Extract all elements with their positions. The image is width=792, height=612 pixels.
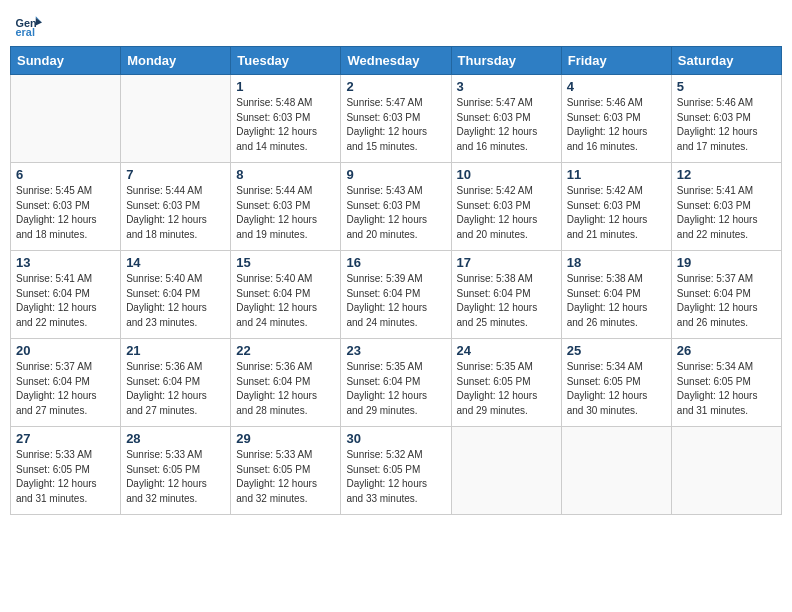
calendar-cell: 22Sunrise: 5:36 AM Sunset: 6:04 PM Dayli…: [231, 339, 341, 427]
day-info: Sunrise: 5:33 AM Sunset: 6:05 PM Dayligh…: [16, 448, 115, 506]
calendar-cell: 2Sunrise: 5:47 AM Sunset: 6:03 PM Daylig…: [341, 75, 451, 163]
day-number: 27: [16, 431, 115, 446]
weekday-header: Thursday: [451, 47, 561, 75]
day-info: Sunrise: 5:32 AM Sunset: 6:05 PM Dayligh…: [346, 448, 445, 506]
day-info: Sunrise: 5:40 AM Sunset: 6:04 PM Dayligh…: [236, 272, 335, 330]
calendar-cell: [11, 75, 121, 163]
calendar-cell: 14Sunrise: 5:40 AM Sunset: 6:04 PM Dayli…: [121, 251, 231, 339]
weekday-header: Friday: [561, 47, 671, 75]
day-info: Sunrise: 5:38 AM Sunset: 6:04 PM Dayligh…: [567, 272, 666, 330]
day-number: 3: [457, 79, 556, 94]
day-info: Sunrise: 5:35 AM Sunset: 6:05 PM Dayligh…: [457, 360, 556, 418]
calendar-cell: 25Sunrise: 5:34 AM Sunset: 6:05 PM Dayli…: [561, 339, 671, 427]
calendar-week-row: 27Sunrise: 5:33 AM Sunset: 6:05 PM Dayli…: [11, 427, 782, 515]
calendar-cell: [451, 427, 561, 515]
day-number: 25: [567, 343, 666, 358]
day-number: 15: [236, 255, 335, 270]
day-number: 28: [126, 431, 225, 446]
weekday-header: Sunday: [11, 47, 121, 75]
day-number: 26: [677, 343, 776, 358]
weekday-header: Wednesday: [341, 47, 451, 75]
day-info: Sunrise: 5:36 AM Sunset: 6:04 PM Dayligh…: [236, 360, 335, 418]
day-info: Sunrise: 5:37 AM Sunset: 6:04 PM Dayligh…: [677, 272, 776, 330]
day-info: Sunrise: 5:34 AM Sunset: 6:05 PM Dayligh…: [677, 360, 776, 418]
day-number: 18: [567, 255, 666, 270]
day-info: Sunrise: 5:44 AM Sunset: 6:03 PM Dayligh…: [126, 184, 225, 242]
day-number: 4: [567, 79, 666, 94]
day-number: 1: [236, 79, 335, 94]
day-number: 30: [346, 431, 445, 446]
day-info: Sunrise: 5:37 AM Sunset: 6:04 PM Dayligh…: [16, 360, 115, 418]
day-info: Sunrise: 5:41 AM Sunset: 6:04 PM Dayligh…: [16, 272, 115, 330]
calendar-table: SundayMondayTuesdayWednesdayThursdayFrid…: [10, 46, 782, 515]
calendar-cell: 17Sunrise: 5:38 AM Sunset: 6:04 PM Dayli…: [451, 251, 561, 339]
calendar-cell: 13Sunrise: 5:41 AM Sunset: 6:04 PM Dayli…: [11, 251, 121, 339]
calendar-cell: 1Sunrise: 5:48 AM Sunset: 6:03 PM Daylig…: [231, 75, 341, 163]
day-number: 14: [126, 255, 225, 270]
calendar-cell: 3Sunrise: 5:47 AM Sunset: 6:03 PM Daylig…: [451, 75, 561, 163]
calendar-cell: [671, 427, 781, 515]
day-info: Sunrise: 5:44 AM Sunset: 6:03 PM Dayligh…: [236, 184, 335, 242]
calendar-cell: [561, 427, 671, 515]
day-info: Sunrise: 5:45 AM Sunset: 6:03 PM Dayligh…: [16, 184, 115, 242]
calendar-cell: [121, 75, 231, 163]
weekday-header-row: SundayMondayTuesdayWednesdayThursdayFrid…: [11, 47, 782, 75]
calendar-week-row: 13Sunrise: 5:41 AM Sunset: 6:04 PM Dayli…: [11, 251, 782, 339]
day-number: 2: [346, 79, 445, 94]
day-number: 12: [677, 167, 776, 182]
calendar-cell: 29Sunrise: 5:33 AM Sunset: 6:05 PM Dayli…: [231, 427, 341, 515]
calendar-cell: 16Sunrise: 5:39 AM Sunset: 6:04 PM Dayli…: [341, 251, 451, 339]
day-info: Sunrise: 5:42 AM Sunset: 6:03 PM Dayligh…: [457, 184, 556, 242]
logo-icon: Gen eral: [14, 10, 42, 38]
svg-text:eral: eral: [16, 26, 35, 38]
calendar-cell: 12Sunrise: 5:41 AM Sunset: 6:03 PM Dayli…: [671, 163, 781, 251]
calendar-week-row: 1Sunrise: 5:48 AM Sunset: 6:03 PM Daylig…: [11, 75, 782, 163]
day-number: 13: [16, 255, 115, 270]
day-number: 19: [677, 255, 776, 270]
day-number: 16: [346, 255, 445, 270]
day-number: 24: [457, 343, 556, 358]
day-info: Sunrise: 5:46 AM Sunset: 6:03 PM Dayligh…: [677, 96, 776, 154]
calendar-cell: 18Sunrise: 5:38 AM Sunset: 6:04 PM Dayli…: [561, 251, 671, 339]
day-info: Sunrise: 5:48 AM Sunset: 6:03 PM Dayligh…: [236, 96, 335, 154]
calendar-cell: 20Sunrise: 5:37 AM Sunset: 6:04 PM Dayli…: [11, 339, 121, 427]
day-info: Sunrise: 5:47 AM Sunset: 6:03 PM Dayligh…: [346, 96, 445, 154]
calendar-cell: 26Sunrise: 5:34 AM Sunset: 6:05 PM Dayli…: [671, 339, 781, 427]
page-header: Gen eral: [10, 10, 782, 38]
calendar-cell: 4Sunrise: 5:46 AM Sunset: 6:03 PM Daylig…: [561, 75, 671, 163]
calendar-cell: 11Sunrise: 5:42 AM Sunset: 6:03 PM Dayli…: [561, 163, 671, 251]
calendar-cell: 7Sunrise: 5:44 AM Sunset: 6:03 PM Daylig…: [121, 163, 231, 251]
day-number: 17: [457, 255, 556, 270]
logo: Gen eral: [14, 10, 46, 38]
day-number: 11: [567, 167, 666, 182]
day-number: 8: [236, 167, 335, 182]
day-number: 20: [16, 343, 115, 358]
calendar-cell: 23Sunrise: 5:35 AM Sunset: 6:04 PM Dayli…: [341, 339, 451, 427]
day-number: 9: [346, 167, 445, 182]
weekday-header: Monday: [121, 47, 231, 75]
day-number: 29: [236, 431, 335, 446]
day-info: Sunrise: 5:46 AM Sunset: 6:03 PM Dayligh…: [567, 96, 666, 154]
day-info: Sunrise: 5:33 AM Sunset: 6:05 PM Dayligh…: [236, 448, 335, 506]
calendar-cell: 6Sunrise: 5:45 AM Sunset: 6:03 PM Daylig…: [11, 163, 121, 251]
calendar-cell: 10Sunrise: 5:42 AM Sunset: 6:03 PM Dayli…: [451, 163, 561, 251]
day-info: Sunrise: 5:47 AM Sunset: 6:03 PM Dayligh…: [457, 96, 556, 154]
day-number: 7: [126, 167, 225, 182]
calendar-week-row: 20Sunrise: 5:37 AM Sunset: 6:04 PM Dayli…: [11, 339, 782, 427]
day-info: Sunrise: 5:43 AM Sunset: 6:03 PM Dayligh…: [346, 184, 445, 242]
calendar-cell: 5Sunrise: 5:46 AM Sunset: 6:03 PM Daylig…: [671, 75, 781, 163]
calendar-cell: 8Sunrise: 5:44 AM Sunset: 6:03 PM Daylig…: [231, 163, 341, 251]
day-info: Sunrise: 5:34 AM Sunset: 6:05 PM Dayligh…: [567, 360, 666, 418]
day-info: Sunrise: 5:41 AM Sunset: 6:03 PM Dayligh…: [677, 184, 776, 242]
calendar-cell: 15Sunrise: 5:40 AM Sunset: 6:04 PM Dayli…: [231, 251, 341, 339]
day-number: 6: [16, 167, 115, 182]
weekday-header: Tuesday: [231, 47, 341, 75]
calendar-cell: 19Sunrise: 5:37 AM Sunset: 6:04 PM Dayli…: [671, 251, 781, 339]
weekday-header: Saturday: [671, 47, 781, 75]
calendar-week-row: 6Sunrise: 5:45 AM Sunset: 6:03 PM Daylig…: [11, 163, 782, 251]
day-info: Sunrise: 5:39 AM Sunset: 6:04 PM Dayligh…: [346, 272, 445, 330]
day-number: 23: [346, 343, 445, 358]
day-number: 10: [457, 167, 556, 182]
day-info: Sunrise: 5:35 AM Sunset: 6:04 PM Dayligh…: [346, 360, 445, 418]
day-number: 22: [236, 343, 335, 358]
